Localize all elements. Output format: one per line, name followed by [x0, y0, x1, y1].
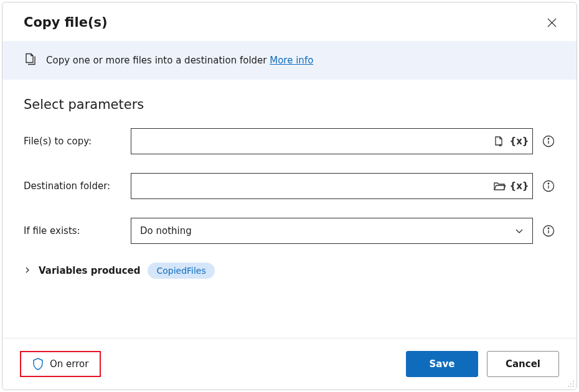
svg-point-8 — [573, 383, 574, 385]
info-bar: Copy one or more files into a destinatio… — [2, 41, 577, 80]
if-file-exists-row: If file exists: Do nothing — [24, 218, 555, 244]
svg-point-1 — [548, 138, 549, 139]
chevron-right-icon — [24, 266, 31, 274]
svg-point-6 — [573, 381, 574, 382]
resize-grip-icon[interactable] — [567, 380, 575, 388]
svg-point-3 — [548, 183, 549, 184]
close-icon — [547, 18, 557, 27]
dialog: Copy file(s) Copy one or more files into… — [2, 2, 577, 390]
close-button[interactable] — [542, 12, 562, 32]
files-input[interactable] — [140, 129, 487, 154]
svg-point-5 — [548, 228, 549, 229]
if-exists-value: Do nothing — [140, 225, 192, 236]
dialog-header: Copy file(s) — [2, 2, 577, 41]
on-error-button[interactable]: On error — [20, 351, 101, 377]
destination-info-button[interactable] — [542, 179, 555, 193]
folder-icon — [493, 180, 506, 192]
variables-label: Variables produced — [39, 265, 140, 276]
file-icon — [494, 136, 505, 147]
files-input-box: {x} — [131, 128, 533, 154]
files-info-button[interactable] — [542, 134, 555, 148]
info-icon — [542, 135, 555, 147]
variable-picker-button[interactable]: {x} — [511, 133, 527, 149]
info-text: Copy one or more files into a destinatio… — [46, 55, 313, 66]
more-info-link[interactable]: More info — [270, 55, 313, 66]
save-button[interactable]: Save — [406, 351, 478, 377]
variable-picker-button[interactable]: {x} — [511, 178, 527, 194]
info-icon — [542, 225, 555, 237]
on-error-label: On error — [50, 358, 88, 370]
svg-point-10 — [570, 386, 572, 387]
svg-point-9 — [568, 386, 569, 387]
if-exists-info-button[interactable] — [542, 224, 555, 238]
files-to-copy-row: File(s) to copy: {x} — [24, 128, 555, 154]
file-picker-button[interactable] — [491, 133, 507, 149]
files-label: File(s) to copy: — [24, 136, 122, 147]
if-exists-select[interactable]: Do nothing — [131, 218, 533, 244]
svg-point-11 — [573, 386, 574, 387]
variable-icon: {x} — [509, 136, 529, 147]
dialog-title: Copy file(s) — [24, 15, 108, 30]
destination-row: Destination folder: {x} — [24, 173, 555, 199]
variable-icon: {x} — [509, 180, 529, 192]
chevron-down-icon — [515, 226, 524, 235]
content: Select parameters File(s) to copy: {x} — [2, 80, 577, 338]
variable-pill[interactable]: CopiedFiles — [148, 263, 214, 279]
info-icon — [542, 180, 555, 192]
folder-picker-button[interactable] — [491, 178, 507, 194]
destination-input-box: {x} — [131, 173, 533, 199]
svg-point-7 — [570, 383, 572, 385]
section-title: Select parameters — [24, 97, 555, 112]
cancel-button[interactable]: Cancel — [487, 351, 559, 377]
variables-expand-button[interactable] — [24, 265, 31, 276]
footer: On error Save Cancel — [2, 338, 577, 390]
destination-input[interactable] — [140, 174, 487, 198]
shield-icon — [32, 358, 44, 370]
variables-produced-row: Variables produced CopiedFiles — [24, 263, 555, 279]
if-exists-label: If file exists: — [24, 225, 122, 236]
destination-label: Destination folder: — [24, 180, 122, 192]
copy-files-icon — [24, 52, 37, 68]
